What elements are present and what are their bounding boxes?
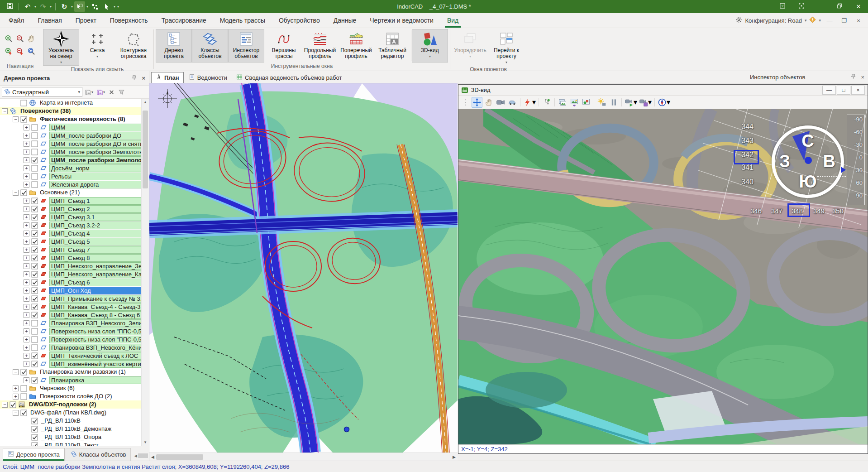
save-button[interactable] <box>5 1 15 12</box>
expander-icon[interactable]: + <box>24 206 29 212</box>
minimize-button[interactable]: — <box>822 86 836 95</box>
fit-button[interactable] <box>792 0 811 13</box>
chevron-down-icon[interactable]: ▾ <box>71 5 73 9</box>
tree-item-label[interactable]: ЦМП_Съезд 8 <box>49 254 141 262</box>
tree-item-label[interactable]: _РД_ВЛ 110кВ_Опора <box>40 433 141 441</box>
tree-item-label[interactable]: ЦМП_Съезд 7 <box>49 246 141 254</box>
expander-icon[interactable]: − <box>2 402 8 408</box>
checkbox[interactable] <box>31 255 38 261</box>
pause-button[interactable] <box>608 97 619 108</box>
scroll-up-icon[interactable]: ▲ <box>142 99 149 106</box>
tree-item-label[interactable]: ЦМП_Канава_Съезд 8 - Съезд 6 и 7 <box>49 311 141 319</box>
goto-project-button[interactable]: Перейти к проекту▾ <box>488 29 525 66</box>
lighting-button[interactable]: ▾ <box>523 97 536 108</box>
probe-button[interactable] <box>541 97 552 108</box>
checkbox[interactable] <box>31 271 38 278</box>
help-button[interactable]: ? <box>773 0 792 13</box>
table-editor-button[interactable]: Табличный редактор <box>374 29 410 63</box>
plan-horizontal-scrollbar[interactable]: ◀ ▶ <box>149 453 458 461</box>
tree-item-label[interactable]: ЦММ_после разборки ДО <box>49 132 141 140</box>
tree-filter-button[interactable] <box>117 87 126 97</box>
long-profile-button[interactable]: Продольный профиль <box>302 29 338 63</box>
menu-tab[interactable]: Главная <box>31 13 68 28</box>
expander-icon[interactable]: + <box>24 133 29 139</box>
checkbox[interactable] <box>31 214 38 221</box>
doc-tab-reports[interactable]: Ведомости <box>185 72 231 83</box>
tree-item-label[interactable]: ЦМП_Съезд 6 <box>49 279 141 286</box>
cursor-button[interactable] <box>101 1 112 12</box>
expander-icon[interactable]: + <box>24 239 29 245</box>
zoom-in-fast-button[interactable] <box>5 47 13 58</box>
cross-profile-button[interactable]: Поперечный профиль <box>338 29 374 63</box>
gear-icon[interactable] <box>735 16 742 24</box>
expander-icon[interactable]: − <box>2 108 8 114</box>
expander-icon[interactable]: − <box>13 369 19 375</box>
close-button[interactable]: × <box>851 86 865 95</box>
tree-item-label[interactable]: ЦМП_Технический съезд к ЛОС <box>49 352 141 360</box>
tree-item-label[interactable]: Рельсы <box>49 173 141 180</box>
zoom-out-button[interactable] <box>16 34 24 45</box>
menu-tab[interactable]: Трассирование <box>155 13 213 28</box>
tree-item-label[interactable]: Черновик (6) <box>38 385 141 392</box>
expander-icon[interactable]: + <box>24 222 29 228</box>
close-icon[interactable]: × <box>142 75 145 82</box>
tree-item-label[interactable]: ЦМП_Съезд 4 <box>49 230 141 237</box>
project-tree-button[interactable]: Дерево проекта <box>156 29 192 63</box>
checkbox[interactable] <box>31 426 38 433</box>
expander-icon[interactable]: + <box>24 255 29 261</box>
checkbox[interactable] <box>31 197 38 204</box>
qat-customize-icon[interactable]: ▾ <box>117 5 119 9</box>
tree-item-label[interactable]: ЦМП_Съезд 5 <box>49 238 141 246</box>
checkbox[interactable] <box>31 230 38 237</box>
view-3d-button[interactable]: 3D-вид▾ <box>412 29 448 63</box>
expander-icon[interactable]: + <box>24 328 29 334</box>
camera-drive-button[interactable] <box>495 97 506 108</box>
tree-item-label[interactable]: ЦММ_после разборки ДО и снятия Ра… <box>49 140 141 148</box>
zoom-previous-button[interactable] <box>27 47 36 58</box>
expander-icon[interactable]: − <box>13 410 19 416</box>
expander-icon[interactable]: + <box>24 337 29 342</box>
tree-item-label[interactable]: ЦМП_Съезд 3.2-2 <box>49 222 141 229</box>
checkbox[interactable] <box>31 140 38 147</box>
pan-button[interactable] <box>27 34 36 45</box>
checkbox[interactable] <box>31 222 38 229</box>
plan-canvas[interactable] <box>149 83 458 453</box>
expander-icon[interactable]: + <box>24 173 29 179</box>
restore-button[interactable] <box>830 0 849 13</box>
menu-tab[interactable]: Вид <box>440 13 465 28</box>
checkbox[interactable] <box>31 181 38 188</box>
chevron-down-icon[interactable]: ▾ <box>50 5 52 9</box>
scene-image-button[interactable] <box>581 97 591 108</box>
scroll-thumb[interactable] <box>138 453 148 458</box>
pan-hand-button[interactable] <box>483 97 494 108</box>
scroll-left-icon[interactable]: ◀ <box>149 455 156 459</box>
tree-item-label[interactable]: ЦММ_после разборки Земполотн… <box>49 156 141 164</box>
expander-icon[interactable]: + <box>24 320 29 326</box>
expander-icon[interactable]: + <box>24 141 29 147</box>
expander-icon[interactable]: + <box>24 345 29 351</box>
checkbox[interactable] <box>20 369 27 376</box>
menu-tab[interactable]: Проект <box>69 13 103 28</box>
move-button[interactable] <box>472 97 482 108</box>
menu-tab[interactable]: Чертежи и ведомости <box>363 13 440 28</box>
object-classes-button[interactable]: Классы объектов <box>192 29 228 63</box>
checkbox[interactable] <box>31 328 38 335</box>
expander-icon[interactable]: + <box>24 288 29 294</box>
redo-button[interactable]: ↷ <box>38 1 48 12</box>
checkbox[interactable] <box>31 295 38 302</box>
compass-3d-button[interactable]: ▾ <box>657 97 671 108</box>
doc-minimize-button[interactable]: — <box>824 17 835 24</box>
checkbox[interactable] <box>31 173 38 180</box>
scroll-right-icon[interactable]: ▶ <box>451 455 458 459</box>
chevron-down-icon[interactable]: ▾ <box>114 5 115 9</box>
zoom-in-button[interactable] <box>5 34 13 45</box>
tree-item-label[interactable]: Досъём_норм <box>49 164 141 172</box>
checkbox[interactable] <box>20 116 27 123</box>
zoom-out-fast-button[interactable] <box>16 47 24 58</box>
expander-icon[interactable]: + <box>24 125 29 130</box>
checkbox[interactable] <box>31 279 38 286</box>
tree-item-label[interactable]: ЦММ_после разборки Земполотна <box>49 148 141 156</box>
checkbox[interactable] <box>31 320 38 327</box>
tree-item-label[interactable]: ЦМП_Осн Ход <box>49 287 141 294</box>
tree-item-label[interactable]: Поверхности слоёв ДО (2) <box>38 393 141 400</box>
